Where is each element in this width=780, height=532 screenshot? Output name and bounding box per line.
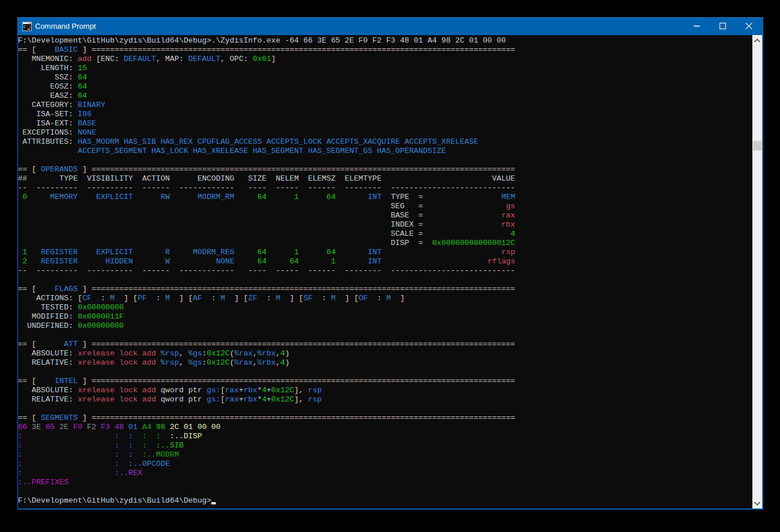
svg-text:C:\: C:\ bbox=[24, 25, 31, 29]
